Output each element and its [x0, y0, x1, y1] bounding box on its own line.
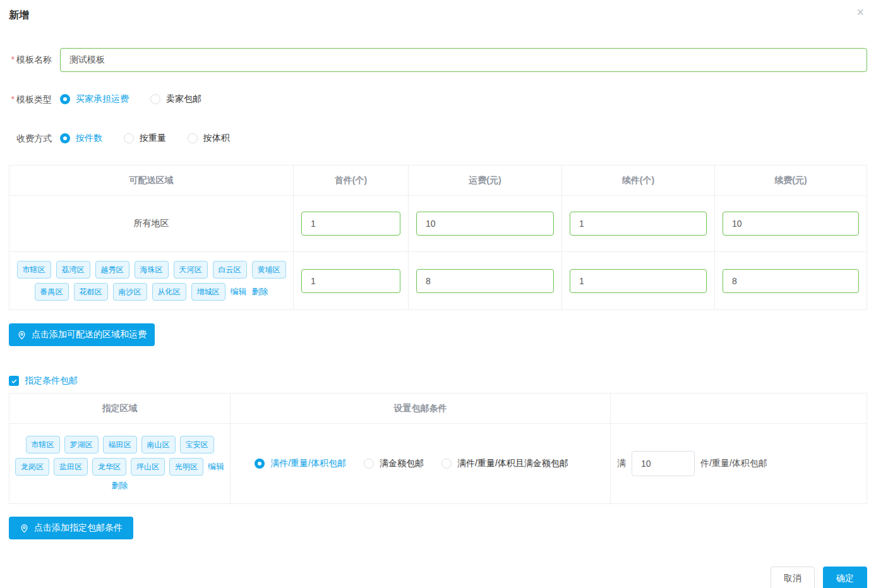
- next-fee-input[interactable]: [723, 212, 859, 236]
- shipping-fee-input[interactable]: [416, 269, 554, 293]
- district-tag: 宝安区: [180, 436, 214, 453]
- add-condition-button-label: 点击添加指定包邮条件: [34, 522, 123, 534]
- required-mark: *: [11, 54, 15, 64]
- column-header: 续件(个): [561, 165, 714, 195]
- tag-line: 市辖区荔湾区越秀区海珠区天河区白云区黄埔区: [15, 261, 288, 279]
- radio-option[interactable]: 按件数: [60, 133, 102, 144]
- threshold-prefix: 满: [617, 458, 626, 469]
- condition-options: 满件/重量/体积包邮 满金额包邮 满件/重量/体积且满金额包邮: [231, 458, 610, 469]
- column-header: 可配送区域: [9, 165, 293, 195]
- radio-option[interactable]: 卖家包邮: [150, 93, 201, 105]
- next-piece-input[interactable]: [570, 212, 707, 236]
- district-tag: 越秀区: [95, 261, 129, 279]
- shipping-fee-table: 可配送区域首件(个)运费(元)续件(个)续费(元) 所有地区 市辖区荔湾区越秀区…: [9, 165, 867, 310]
- threshold-suffix: 件/重量/体积包邮: [700, 458, 767, 469]
- district-tag: 龙岗区: [15, 458, 49, 476]
- radio-option-label: 买家承担运费: [76, 93, 129, 105]
- charge-method-label: 收费方式: [9, 133, 52, 145]
- district-tag: 市辖区: [26, 436, 60, 453]
- template-type-options: 买家承担运费 卖家包邮: [60, 93, 220, 106]
- area-tags: 市辖区荔湾区越秀区海珠区天河区白云区黄埔区 番禺区花都区南沙区从化区增城区 编辑…: [9, 255, 293, 307]
- charge-method-options: 按件数 按重量 按体积: [60, 133, 249, 145]
- area-all-regions: 所有地区: [134, 218, 169, 229]
- district-tag: 黄埔区: [252, 261, 286, 279]
- close-icon[interactable]: ✕: [856, 6, 865, 19]
- tag-line: 删除: [13, 480, 226, 491]
- district-tag: 从化区: [152, 283, 186, 301]
- shipping-fee-input[interactable]: [416, 212, 554, 236]
- radio-option-label: 满件/重量/体积且满金额包邮: [457, 458, 568, 469]
- free-shipping-condition-table: 指定区域设置包邮条件 市辖区罗湖区福田区南山区宝安区 龙岗区盐田区龙华区坪山区光…: [9, 393, 867, 504]
- radio-icon: [60, 94, 70, 104]
- radio-icon: [364, 459, 374, 469]
- tag-line: 市辖区罗湖区福田区南山区宝安区: [13, 436, 226, 453]
- edit-link[interactable]: 编辑: [231, 286, 247, 297]
- radio-option[interactable]: 按体积: [188, 133, 230, 144]
- radio-option-label: 满件/重量/体积包邮: [270, 458, 346, 469]
- free-shipping-row: 指定条件包邮: [9, 375, 867, 387]
- delete-link[interactable]: 删除: [112, 480, 128, 491]
- radio-option[interactable]: 满件/重量/体积包邮: [255, 458, 346, 469]
- district-tag: 罗湖区: [64, 436, 99, 453]
- radio-option[interactable]: 按重量: [124, 133, 166, 144]
- column-header: 续费(元): [714, 165, 867, 195]
- district-tag: 天河区: [174, 261, 208, 279]
- radio-icon: [150, 94, 160, 104]
- edit-link[interactable]: 编辑: [208, 461, 224, 472]
- district-tag: 市辖区: [17, 261, 51, 279]
- radio-option-label: 卖家包邮: [166, 93, 201, 105]
- district-tag: 光明区: [169, 458, 203, 476]
- radio-option[interactable]: 买家承担运费: [60, 93, 129, 105]
- district-tag: 增城区: [191, 283, 225, 301]
- required-mark: *: [11, 94, 15, 104]
- column-header: 设置包邮条件: [230, 393, 610, 423]
- tag-line: 番禺区花都区南沙区从化区增城区 编辑 删除: [15, 283, 288, 301]
- column-header: 指定区域: [9, 393, 230, 423]
- check-icon: [11, 378, 18, 385]
- condition-area-tags: 市辖区罗湖区福田区南山区宝安区 龙岗区盐田区龙华区坪山区光明区 编辑 删除: [9, 429, 230, 498]
- table-row: 市辖区荔湾区越秀区海珠区天河区白云区黄埔区 番禺区花都区南沙区从化区增城区 编辑…: [9, 251, 867, 309]
- column-header: 运费(元): [408, 165, 561, 195]
- condition-table-header: 指定区域设置包邮条件: [9, 393, 867, 423]
- location-pin-icon: [17, 330, 27, 340]
- district-tag: 南沙区: [113, 283, 147, 301]
- radio-icon: [60, 133, 70, 143]
- next-piece-input[interactable]: [570, 269, 707, 293]
- template-type-label: *模板类型: [9, 94, 52, 105]
- confirm-button[interactable]: 确定: [823, 567, 867, 588]
- add-condition-button[interactable]: 点击添加指定包邮条件: [9, 517, 133, 539]
- first-piece-input[interactable]: [301, 269, 400, 293]
- radio-option-label: 按体积: [203, 133, 230, 144]
- add-area-button[interactable]: 点击添加可配送的区域和运费: [9, 323, 155, 346]
- delete-link[interactable]: 删除: [252, 286, 268, 297]
- cancel-button[interactable]: 取消: [771, 567, 815, 588]
- template-name-input[interactable]: [60, 48, 867, 72]
- district-tag: 海珠区: [135, 261, 169, 279]
- radio-option[interactable]: 满金额包邮: [364, 458, 424, 469]
- district-tag: 荔湾区: [56, 261, 90, 279]
- column-header: 首件(个): [293, 165, 408, 195]
- free-shipping-checkbox[interactable]: [9, 376, 19, 386]
- district-tag: 白云区: [213, 261, 247, 279]
- shipping-table-header: 可配送区域首件(个)运费(元)续件(个)续费(元): [9, 165, 867, 195]
- next-fee-input[interactable]: [723, 269, 859, 293]
- template-name-label: *模板名称: [9, 54, 52, 66]
- first-piece-input[interactable]: [301, 212, 400, 236]
- dialog-footer: 取消 确定: [9, 567, 867, 588]
- template-name-row: *模板名称: [9, 48, 867, 72]
- threshold-input[interactable]: [632, 451, 695, 476]
- free-shipping-label[interactable]: 指定条件包邮: [25, 375, 78, 387]
- radio-option[interactable]: 满件/重量/体积且满金额包邮: [441, 458, 568, 469]
- radio-option-label: 按重量: [140, 133, 166, 144]
- radio-option-label: 满金额包邮: [380, 458, 424, 469]
- radio-icon: [124, 133, 134, 143]
- charge-method-row: 收费方式 按件数 按重量 按体积: [9, 133, 867, 145]
- dialog-title: 新增: [9, 8, 867, 22]
- location-pin-icon: [20, 524, 29, 533]
- add-area-button-label: 点击添加可配送的区域和运费: [32, 329, 147, 340]
- table-row: 市辖区罗湖区福田区南山区宝安区 龙岗区盐田区龙华区坪山区光明区 编辑 删除 满件…: [9, 423, 867, 503]
- radio-icon: [441, 459, 452, 469]
- district-tag: 福田区: [103, 436, 137, 453]
- district-tag: 南山区: [141, 436, 176, 453]
- column-header: [610, 393, 867, 423]
